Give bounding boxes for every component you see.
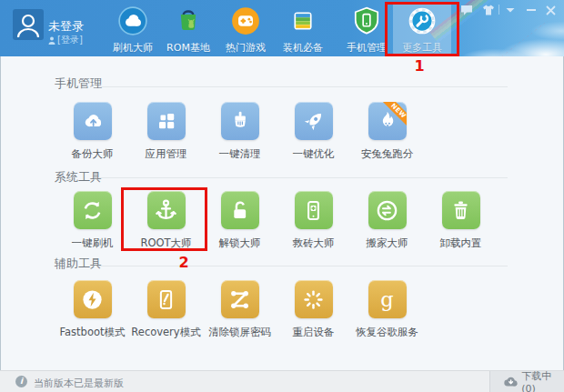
tool-root-master[interactable]: ROOT大师 (129, 191, 203, 250)
tshirt-icon (482, 5, 495, 15)
skin-button[interactable] (482, 5, 495, 15)
anchor-icon (154, 198, 178, 223)
download-manager-button[interactable]: 下载中(0) (489, 371, 564, 392)
controls-separator (499, 5, 499, 15)
section-divider (98, 86, 508, 87)
close-icon (546, 5, 556, 15)
tab-label: 更多工具 (393, 41, 451, 55)
section-title-aux-tools: 辅助工具 (55, 256, 102, 272)
login-person-icon (48, 36, 55, 45)
tool-label: 一键优化 (293, 147, 335, 161)
tool-app-manage[interactable]: 应用管理 (129, 102, 203, 161)
tool-one-key-flash[interactable]: 一键刷机 (55, 191, 129, 250)
dropdown-arrow-button[interactable] (506, 5, 515, 15)
cloud-upload-icon (81, 109, 105, 133)
section-divider (98, 266, 508, 266)
login-label: [登录] (57, 34, 83, 46)
tab-label: 装机必备 (274, 41, 332, 55)
tools-row-aux-tools: Fastboot模式 Recovery模式 清除锁屏密码 (55, 280, 424, 339)
pattern-lock-icon (227, 287, 252, 312)
speech-bubble-icon (460, 5, 473, 16)
tab-label: ROM基地 (159, 41, 217, 55)
phone-plus-icon (301, 198, 326, 223)
tool-uninstall-builtin[interactable]: 卸载内置 (424, 191, 498, 250)
info-icon: i (15, 376, 27, 387)
gamepad-icon (230, 5, 261, 36)
tab-essential-apps[interactable]: 装机必备 (274, 2, 332, 55)
tool-label: 恢复谷歌服务 (356, 326, 418, 339)
tool-label: 一键刷机 (72, 236, 114, 250)
google-g-icon: g (375, 287, 399, 312)
tool-antutu-benchmark[interactable]: NEW 安兔兔跑分 (350, 102, 424, 161)
tool-label: 搬家大师 (367, 236, 408, 250)
header: 未登录 [登录] 刷机大师 ROM基地 (0, 0, 564, 56)
tool-label: 重启设备 (293, 326, 335, 339)
tool-clear-lockscreen[interactable]: 清除锁屏密码 (203, 280, 277, 339)
feedback-button[interactable] (460, 5, 473, 15)
section-title-system-tools: 系统工具 (55, 169, 102, 186)
layers-icon (287, 5, 318, 36)
tool-one-key-optimize[interactable]: 一键优化 (277, 102, 350, 161)
tools-row-phone-manage: 备份大师 应用管理 一键清理 (55, 102, 424, 161)
app-window: 未登录 [登录] 刷机大师 ROM基地 (0, 0, 564, 392)
shield-phone-icon (351, 5, 382, 36)
tool-backup-master[interactable]: 备份大师 (55, 102, 129, 161)
tool-label: 解锁大师 (219, 236, 261, 250)
annotation-number-1: 1 (410, 57, 428, 75)
shopping-bag-icon (173, 5, 204, 36)
tools-row-system-tools: 一键刷机 ROOT大师 解锁大师 (55, 191, 498, 250)
tool-label: 应用管理 (146, 147, 187, 161)
tab-label: 刷机大师 (104, 41, 162, 55)
tool-label: 卸载内置 (440, 236, 482, 250)
tab-more-tools[interactable]: 更多工具 (393, 2, 451, 55)
section-divider (98, 177, 508, 178)
tool-restart-device[interactable]: 重启设备 (277, 280, 350, 339)
gear-wrench-icon (407, 5, 438, 36)
tool-move-master[interactable]: 搬家大师 (350, 191, 424, 250)
tool-label: 安兔兔跑分 (361, 147, 414, 161)
transfer-arrows-icon (375, 198, 399, 223)
tab-label: 热门游戏 (217, 41, 275, 55)
tool-label: ROOT大师 (140, 236, 191, 250)
lightning-icon (80, 287, 105, 312)
tool-recovery-mode[interactable]: Recovery模式 (129, 280, 203, 339)
tab-label: 手机管理 (337, 41, 396, 55)
cloud-flash-icon (117, 5, 148, 36)
tool-restore-google[interactable]: g 恢复谷歌服务 (350, 280, 424, 339)
tab-shuaji-dashi[interactable]: 刷机大师 (104, 2, 162, 55)
version-status: 当前版本已是最新版 (34, 377, 124, 390)
minimize-button[interactable] (527, 5, 536, 15)
tab-phone-manage[interactable]: 手机管理 (337, 2, 396, 55)
section-title-phone-manage: 手机管理 (55, 75, 102, 92)
annotation-number-2: 2 (174, 254, 194, 271)
unlock-icon (227, 198, 252, 223)
user-name: 未登录 (48, 18, 84, 35)
close-button[interactable] (546, 5, 556, 15)
rocket-icon (302, 109, 326, 133)
minimize-icon (527, 5, 536, 15)
tool-label: Recovery模式 (131, 326, 200, 339)
chevron-down-icon (506, 7, 515, 14)
app-grid-icon (155, 109, 178, 133)
status-bar: i 当前版本已是最新版 下载中(0) (0, 370, 564, 392)
tool-unbrick-master[interactable]: 救砖大师 (277, 191, 350, 250)
tool-fastboot-mode[interactable]: Fastboot模式 (55, 280, 129, 339)
avatar[interactable] (13, 9, 44, 40)
tab-rom-base[interactable]: ROM基地 (159, 2, 217, 55)
tool-label: 清除锁屏密码 (208, 326, 271, 339)
login-link[interactable]: [登录] (48, 34, 83, 46)
tool-label: 一键清理 (219, 147, 261, 161)
download-cloud-icon (502, 376, 519, 388)
svg-text:g: g (380, 287, 393, 311)
tool-label: 备份大师 (72, 147, 114, 161)
download-status: 下载中(0) (521, 369, 564, 392)
refresh-icon (80, 198, 105, 223)
tool-unlock-master[interactable]: 解锁大师 (203, 191, 277, 250)
tool-one-key-clean[interactable]: 一键清理 (203, 102, 277, 161)
trash-icon (448, 198, 473, 223)
spinner-icon (301, 287, 326, 312)
tool-label: 救砖大师 (293, 236, 335, 250)
brush-icon (228, 109, 252, 133)
tab-hot-games[interactable]: 热门游戏 (217, 2, 275, 55)
phone-exclaim-icon (154, 287, 178, 312)
